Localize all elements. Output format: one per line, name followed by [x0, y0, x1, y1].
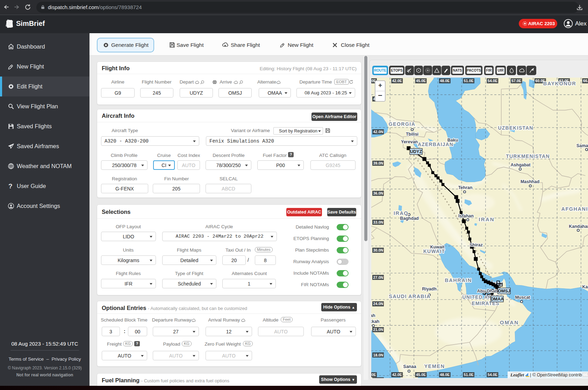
svg-text:45.0E: 45.0E — [416, 79, 426, 83]
svg-text:Tehran: Tehran — [458, 185, 473, 190]
svg-text:Abu Dhabi: Abu Dhabi — [477, 289, 499, 294]
svg-text:45.0E: 45.0E — [416, 373, 426, 377]
svg-text:57.0E: 57.0E — [511, 79, 521, 83]
svg-text:33.0N: 33.0N — [373, 220, 383, 224]
svg-text:Baghdad: Baghdad — [400, 216, 418, 221]
svg-text:IRAN: IRAN — [479, 216, 494, 222]
svg-text:Isfahan: Isfahan — [458, 214, 474, 218]
svg-text:18.0N: 18.0N — [373, 353, 383, 357]
svg-text:kkah: kkah — [371, 319, 379, 324]
svg-text:48.0E: 48.0E — [440, 79, 450, 83]
svg-text:42.0E: 42.0E — [392, 373, 402, 377]
svg-text:21.0N: 21.0N — [373, 327, 383, 332]
svg-text:Sanaa: Sanaa — [403, 364, 417, 369]
svg-text:BAYKONUR: BAYKONUR — [543, 81, 576, 86]
svg-text:30.0N: 30.0N — [373, 248, 383, 252]
svg-text:51.0E: 51.0E — [464, 79, 474, 83]
svg-text:OMSJ: OMSJ — [498, 289, 510, 294]
svg-text:51.0E: 51.0E — [464, 373, 474, 377]
svg-text:Riyadh: Riyadh — [422, 287, 437, 291]
svg-text:66.0E: 66.0E — [583, 79, 588, 83]
svg-text:15.0N: 15.0N — [373, 378, 383, 378]
svg-text:OMAA: OMAA — [490, 297, 504, 302]
svg-text:Ashgabat: Ashgabat — [511, 162, 531, 167]
svg-text:Yerevan: Yerevan — [401, 139, 418, 144]
svg-text:48.0E: 48.0E — [440, 373, 450, 377]
svg-text:Tbilisi: Tbilisi — [406, 132, 418, 137]
svg-text:AFGHANISTAN: AFGHANISTAN — [561, 206, 588, 212]
svg-text:39.0E: 39.0E — [371, 373, 376, 377]
svg-text:Samar: Samar — [576, 143, 588, 148]
svg-text:Mashhad: Mashhad — [521, 179, 539, 184]
svg-text:GEORGIA: GEORGIA — [389, 121, 416, 127]
svg-text:Leaflet: Leaflet — [510, 372, 524, 377]
svg-text:54.0E: 54.0E — [488, 79, 497, 83]
svg-text:36.0N: 36.0N — [373, 191, 383, 195]
svg-text:| © OpenStreetMap contrib: | © OpenStreetMap contrib — [530, 373, 582, 377]
svg-text:UZBEKISTAN: UZBEKISTAN — [498, 125, 533, 131]
svg-text:TURKMENISTAN: TURKMENISTAN — [506, 153, 550, 159]
svg-text:OMAN: OMAN — [500, 319, 519, 325]
svg-text:ah: ah — [371, 313, 375, 318]
svg-text:IRAQ: IRAQ — [394, 210, 408, 216]
svg-text:42.0N: 42.0N — [373, 130, 383, 134]
svg-text:UDYZ: UDYZ — [410, 149, 422, 154]
svg-text:Kandahar: Kandahar — [569, 224, 588, 229]
svg-text:Kar: Kar — [582, 284, 588, 289]
svg-text:27.0N: 27.0N — [373, 275, 383, 280]
svg-text:Muscat: Muscat — [515, 295, 530, 300]
svg-text:AZERBAIJAN: AZERBAIJAN — [418, 142, 453, 147]
svg-text:KUWAIT: KUWAIT — [423, 248, 445, 254]
svg-text:24.0N: 24.0N — [373, 302, 383, 306]
svg-text:54.0E: 54.0E — [488, 373, 497, 377]
svg-text:YEMEN: YEMEN — [424, 363, 445, 369]
svg-text:42.0E: 42.0E — [392, 79, 402, 83]
svg-text:Shiraz: Shiraz — [469, 243, 483, 247]
svg-text:SAUDI ARABIA: SAUDI ARABIA — [389, 294, 430, 299]
svg-text:39.0N: 39.0N — [373, 161, 383, 165]
svg-text:BAHRAIN: BAHRAIN — [445, 277, 472, 283]
